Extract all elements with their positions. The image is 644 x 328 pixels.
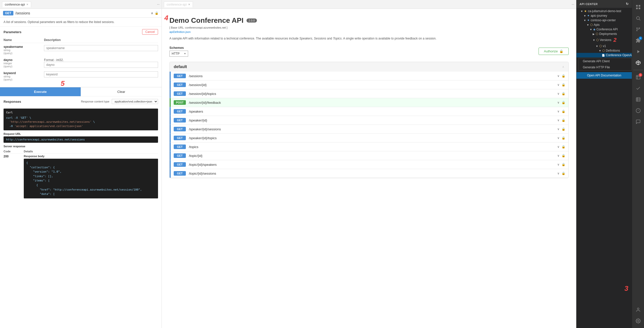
endpoint-row-session-id-topics[interactable]: GET /session/{id}/topics ∨ 🔒 [170,89,568,98]
activity-search[interactable] [633,13,643,23]
activity-account[interactable] [633,305,643,315]
param-name-label: speakername [4,45,44,49]
activity-test-1[interactable]: 1 [633,72,643,82]
context-menu: Generate API Client Generate HTTP File [579,58,632,71]
activity-comment[interactable] [633,117,643,127]
endpoint-row-speaker-topics[interactable]: GET /speaker/{id}/topics ∨ 🔒 [170,134,568,142]
chevron-speaker-topics[interactable]: ∨ [557,136,560,140]
activity-explorer[interactable] [633,2,643,12]
left-tab-close[interactable]: ✕ [26,3,28,6]
lock-session-id: 🔒 [562,83,565,87]
endpoint-row-topic-speakers[interactable]: GET /topic/{id}/speakers ∨ 🔒 [170,160,568,169]
endpoint-description: A list of sessions. Optional parameters … [0,18,162,27]
svg-line-5 [639,19,640,20]
details-col-header: Details [24,150,158,153]
authorize-label: Authorize [544,49,558,53]
tree-item-apis[interactable]: ▼ ⬡ Apis [576,23,632,27]
param-dayno-source: (query) [4,65,44,68]
svg-point-6 [636,28,637,29]
activity-extensions[interactable]: 9 [633,35,643,46]
clear-button[interactable]: Clear [81,87,162,96]
api-title: Demo Conference API [169,16,243,25]
chevron-speaker-id[interactable]: ∨ [557,118,560,122]
api-title-row: Demo Conference API 2.0.0 [169,16,569,25]
activity-api-center[interactable] [633,58,643,68]
activity-source-control[interactable] [633,24,643,34]
tree-item-conference-openapi2[interactable]: 📄 Conference OpenAPI 2 [576,53,632,57]
chevron-topic-sessions[interactable]: ∨ [557,172,560,175]
endpoint-path-topic-speakers: /topic/{id}/speakers [189,163,557,167]
dayno-input[interactable] [44,62,158,68]
tree-item-contoso[interactable]: ▼ ✦ contoso-api-center [576,18,632,23]
chevron-sessions[interactable]: ∨ [557,74,560,78]
api-def-link[interactable]: apiDefinition.json [169,30,191,33]
scheme-select[interactable]: HTTP HTTPS [169,51,188,57]
tree-item-versions[interactable]: ▼ ⬡ Versions 2 [576,36,632,44]
endpoint-row-speaker-id[interactable]: GET /speaker/{id} ∨ 🔒 [170,116,568,125]
open-api-documentation-button[interactable]: Open API Documentation [576,72,632,79]
authorize-button[interactable]: Authorize 🔒 [539,48,569,55]
tree-label-apis: Apis [594,23,599,27]
svg-point-4 [636,16,639,19]
execute-button[interactable]: Execute [0,87,81,96]
endpoint-row-session-id[interactable]: GET /session/{id} ∨ 🔒 [170,80,568,89]
chevron-session-feedback[interactable]: ∨ [557,101,560,104]
left-panel: conference-api ✕ ··· GET /sessions ∧ 🔒 A… [0,0,162,328]
middle-tab-more[interactable]: ··· [572,3,574,6]
api-center-header: API CENTER ↻ [576,0,632,8]
default-header[interactable]: default ∧ [170,62,568,72]
tree-label-v1: v1 [603,44,606,48]
collapse-icon[interactable]: ∧ [151,11,153,15]
chevron-session-id[interactable]: ∨ [557,83,560,87]
keyword-input[interactable] [44,71,158,77]
tree-item-v1[interactable]: ▼ ⬡ v1 [576,44,632,48]
chevron-speaker-sessions[interactable]: ∨ [557,127,560,131]
endpoint-row-topic-sessions[interactable]: GET /topic/{id}/sessions ∨ 🔒 [170,169,568,178]
left-tab-more[interactable]: ··· [157,3,160,6]
tree-label-deployments: Deployments [599,32,617,36]
param-type-label: string [4,49,44,52]
tree-item-ca-jullamuiruri[interactable]: ▼ ★ ca-jullamuiruri-demo-test [576,9,632,13]
activity-run[interactable] [633,47,643,57]
chevron-topics[interactable]: ∨ [557,145,560,149]
default-collapse-icon[interactable]: ∧ [562,65,564,69]
speakername-input[interactable] [44,45,158,51]
chevron-topic-speakers[interactable]: ∨ [557,163,560,166]
api-center-refresh-icon[interactable]: ↻ [626,2,629,6]
endpoint-row-sessions[interactable]: GET /sessions ∨ 🔒 [170,72,568,80]
tree-item-deployments[interactable]: ▶ ⬡ Deployments [576,32,632,36]
left-panel-scroll: Parameters Cancel Name Description speak… [0,27,162,328]
curl-title: Curl [6,111,156,115]
activity-settings[interactable] [633,316,643,326]
tree-item-definitions[interactable]: ▼ ⬡ Definitions [576,48,632,53]
left-tab-conference-api[interactable]: conference-api ✕ [2,2,31,7]
endpoint-row-session-feedback[interactable]: POST /session/{id}/feedback ∨ 🔒 [170,98,568,107]
activity-table[interactable] [633,94,643,105]
middle-tab-conference-api[interactable]: conference-api ✕ [164,2,193,7]
file-icon-openapi2: 📄 [602,54,605,57]
method-badge-get-topic-speakers: GET [174,162,186,167]
chevron-session-topics[interactable]: ∨ [557,92,560,95]
tree-item-apic-journey[interactable]: ▼ ✦ apic-journey [576,13,632,18]
chevron-speakers[interactable]: ∨ [557,110,560,113]
endpoint-row-topic-id[interactable]: GET /topic/{id} ∨ 🔒 [170,151,568,160]
response-body-title: Response body [24,155,158,158]
context-menu-generate-client[interactable]: Generate API Client [579,58,632,64]
endpoint-row-topics[interactable]: GET /topics ∨ 🔒 [170,142,568,151]
content-type-select[interactable]: application/vnd.collection+json [112,99,158,104]
cancel-button[interactable]: Cancel [142,29,158,35]
tree-item-conference-api[interactable]: ▼ ◈ Conference API [576,27,632,32]
param-row-speakername: speakername string (query) [4,45,158,55]
method-badge-get-session-topics: GET [174,91,186,96]
endpoint-row-speaker-sessions[interactable]: GET /speaker/{id}/sessions ∨ 🔒 [170,125,568,134]
context-menu-generate-http[interactable]: Generate HTTP File [579,64,632,70]
params-header: Parameters Cancel [4,29,158,35]
tree-label-contoso: contoso-api-center [591,18,616,22]
middle-tab-close[interactable]: ✕ [188,3,190,6]
chevron-topic-id[interactable]: ∨ [557,154,560,157]
sparkle-icon-contoso: ✦ [587,18,590,22]
activity-info[interactable] [633,106,643,116]
activity-check[interactable] [633,83,643,93]
endpoint-row-speakers[interactable]: GET /speakers ∨ 🔒 [170,107,568,116]
response-details: Response body { "collection": { "version… [24,155,158,198]
